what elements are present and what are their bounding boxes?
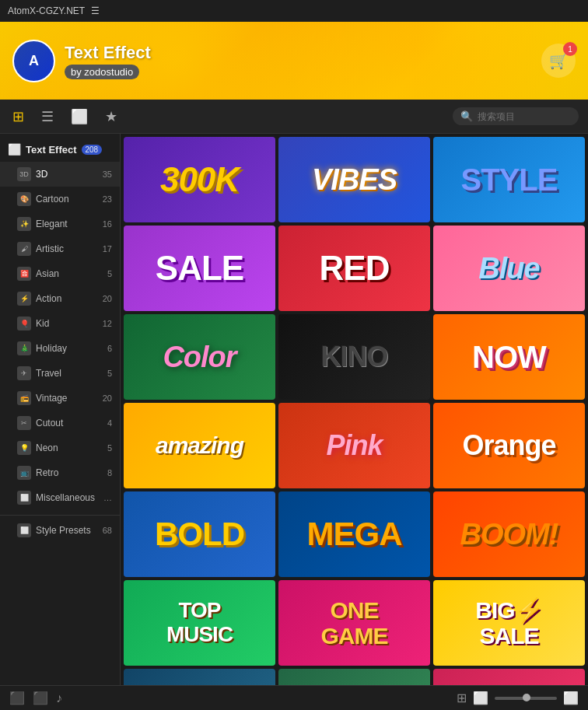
grid-item-text-sale: SALE [152, 248, 247, 289]
cart-badge: 1 [563, 42, 577, 56]
grid-item-text-boom: BOOM! [457, 516, 562, 552]
sidebar-item-count-artistic: 17 [103, 244, 112, 254]
grid-item-amazing[interactable]: amazing [124, 403, 275, 488]
sidebar-item-label-neon: Neon [36, 442, 103, 453]
grid-item-pink[interactable]: Pink [278, 403, 430, 488]
cart-button[interactable]: 🛒 1 [541, 44, 576, 78]
sidebar-item-elegant[interactable]: ✨ Elegant 16 [0, 212, 120, 236]
sidebar-item-count-vintage: 20 [103, 393, 112, 403]
grid-item-text-amazing: amazing [152, 431, 247, 460]
bottom-right: ⊞ ⬜ ⬜ [457, 691, 579, 705]
fullscreen-icon[interactable]: ⬜ [473, 691, 488, 705]
sidebar-item-cartoon[interactable]: 🎨 Cartoon 23 [0, 187, 120, 212]
grid-item-sale[interactable]: SALE [124, 226, 275, 311]
sidebar-item-neon[interactable]: 💡 Neon 5 [0, 435, 120, 460]
sidebar-item-icon-3d: 3D [17, 167, 31, 181]
grid-item-text-bold: BOLD [152, 515, 247, 554]
sidebar-item-count-holiday: 6 [107, 344, 112, 353]
header-banner: A Text Effect by zodostudio 🛒 1 [0, 22, 588, 100]
grid-item-bold[interactable]: BOLD [124, 491, 275, 577]
grid-item-feeling[interactable]: Feeling... [124, 669, 275, 685]
sidebar-item-action[interactable]: ⚡ Action 20 [0, 286, 120, 311]
sidebar-item-label-miscellaneous: Miscellaneous [36, 492, 99, 503]
bottom-image-icon[interactable]: ⬛ [33, 691, 48, 705]
grid-item-text-color: Color [159, 339, 239, 375]
grid-item-text-topmusic: TOPMUSIC [163, 596, 236, 650]
sidebar-item-icon-neon: 💡 [17, 441, 31, 455]
bottom-bar: ⬛ ⬛ ♪ ⊞ ⬜ ⬜ [0, 685, 588, 710]
app-title: AtomX-CGZY.NET [8, 5, 85, 16]
grid-item-orange[interactable]: Orange [433, 403, 585, 488]
sidebar-item-count-cutout: 4 [107, 418, 112, 428]
sidebar-item-holiday[interactable]: 🎄 Holiday 6 [0, 336, 120, 361]
sidebar-item-label-style-presets: Style Presets [36, 525, 98, 536]
sidebar-item-label-cutout: Cutout [36, 418, 103, 428]
zoom-out-icon[interactable]: ⬜ [563, 691, 579, 705]
main-layout: ⬜ Text Effect 208 3D 3D 35 🎨 Cartoon 23 … [0, 134, 588, 685]
sidebar-item-retro[interactable]: 📺 Retro 8 [0, 460, 120, 485]
sidebar-item-travel[interactable]: ✈ Travel 5 [0, 361, 120, 386]
sidebar-item-cutout[interactable]: ✂ Cutout 4 [0, 411, 120, 435]
toolbar-file-icon[interactable]: ⬜ [68, 105, 91, 128]
grid-item-300k[interactable]: 300K [124, 137, 275, 222]
grid-item-text-red: RED [317, 248, 393, 289]
grid-item-text-mega: MEGA [304, 515, 405, 554]
grid-item-text-vibes: VIBES [309, 162, 400, 198]
sidebar-header: ⬜ Text Effect 208 [0, 137, 120, 162]
logo: A [12, 40, 55, 82]
grid-item-text-pink: Pink [323, 428, 385, 463]
sidebar-item-kid[interactable]: 🎈 Kid 12 [0, 311, 120, 336]
sidebar-item-icon-style-presets: ⬜ [17, 523, 31, 537]
search-input[interactable] [478, 111, 571, 122]
grid-item-blue[interactable]: Blue [433, 226, 585, 311]
sidebar-item-style-presets[interactable]: ⬜ Style Presets 68 [0, 515, 120, 543]
toolbar-list-icon[interactable]: ☰ [38, 105, 57, 128]
menu-icon[interactable]: ☰ [91, 5, 100, 16]
sidebar-item-miscellaneous[interactable]: ⬜ Miscellaneous … [0, 485, 120, 510]
sidebar-item-label-kid: Kid [36, 318, 98, 329]
toolbar-sliders-icon[interactable]: ⊞ [9, 105, 27, 128]
grid-item-kino[interactable]: KINO [278, 314, 430, 400]
sidebar-item-count-travel: 5 [107, 369, 112, 378]
sidebar-item-label-artistic: Artistic [36, 243, 98, 254]
sidebar-item-count-asian: 5 [107, 269, 112, 278]
toolbar-favorite-icon[interactable]: ★ [102, 105, 121, 128]
grid-item-bigsale[interactable]: BIG⚡SALE [433, 580, 585, 666]
grid-item-color[interactable]: Color [124, 314, 275, 400]
sidebar-item-label-cartoon: Cartoon [36, 194, 98, 205]
sidebar-item-icon-miscellaneous: ⬜ [17, 491, 31, 505]
bottom-music-icon[interactable]: ♪ [56, 691, 62, 705]
search-icon: 🔍 [460, 110, 473, 122]
grid-item-red[interactable]: RED [278, 226, 430, 311]
sidebar-item-3d[interactable]: 3D 3D 35 [0, 162, 120, 187]
grid-item-mega[interactable]: MEGA [278, 491, 430, 577]
sidebar-item-asian[interactable]: 🈴 Asian 5 [0, 261, 120, 286]
sidebar-item-count-miscellaneous: … [103, 493, 112, 502]
sidebar-item-vintage[interactable]: 📻 Vintage 20 [0, 386, 120, 411]
sidebar-item-count-action: 20 [103, 294, 112, 303]
grid-item-juice[interactable]: Juice! [433, 669, 585, 685]
grid-item-now[interactable]: NOW [433, 314, 585, 400]
fit-screen-icon[interactable]: ⊞ [457, 691, 467, 705]
grid-area: 300K VIBES STYLE SALE RED Blue Color KIN… [121, 134, 588, 685]
grid-item-onegame[interactable]: ONEGAME [278, 580, 430, 666]
sidebar-item-label-asian: Asian [36, 268, 103, 279]
sidebar-item-count-3d: 35 [103, 170, 112, 179]
sidebar-item-count-kid: 12 [103, 319, 112, 328]
bottom-layer-icon[interactable]: ⬛ [9, 691, 25, 705]
grid-item-boom[interactable]: BOOM! [433, 491, 585, 577]
grid-item-text-300k: 300K [157, 159, 242, 200]
zoom-slider[interactable] [495, 697, 557, 700]
grid-item-text-beauty: Beauty [312, 684, 397, 685]
grid-item-style[interactable]: STYLE [433, 137, 585, 222]
grid-item-text-blue: Blue [475, 250, 542, 286]
sidebar-item-artistic[interactable]: 🖌 Artistic 17 [0, 236, 120, 261]
grid-item-vibes[interactable]: VIBES [278, 137, 430, 222]
grid-item-beauty[interactable]: Beauty [278, 669, 430, 685]
toolbar: ⊞ ☰ ⬜ ★ 🔍 [0, 100, 588, 134]
grid-item-topmusic[interactable]: TOPMUSIC [124, 580, 275, 666]
sidebar-item-count-neon: 5 [107, 443, 112, 453]
banner-title: Text Effect [65, 43, 151, 63]
grid-item-text-feeling: Feeling... [143, 684, 256, 685]
banner-author: by zodostudio [65, 65, 139, 79]
